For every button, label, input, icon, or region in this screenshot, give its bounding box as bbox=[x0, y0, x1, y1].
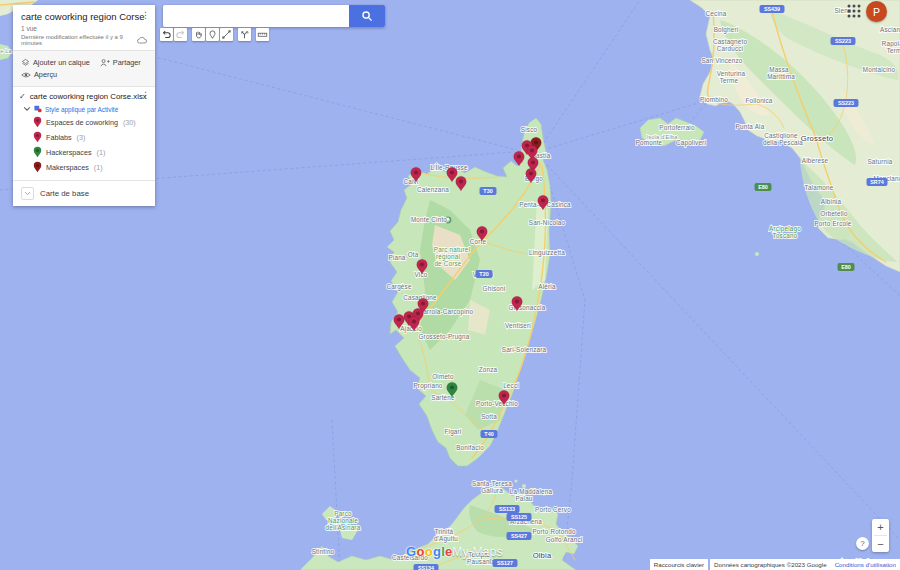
map-label: Talamone bbox=[805, 184, 834, 191]
layer-card: ✓ carte coworking region Corse.xlsx ⋮ St… bbox=[13, 87, 155, 180]
map-toolbar bbox=[160, 28, 270, 41]
route-shield-label: SS427 bbox=[511, 533, 527, 539]
map-label: Aléria bbox=[538, 283, 556, 290]
share-label: Partager bbox=[113, 58, 141, 67]
map-label: dell'Asinara bbox=[326, 524, 361, 531]
map-label: Lecci bbox=[503, 382, 519, 389]
legend-item-coworking[interactable]: Espaces de coworking (30) bbox=[33, 116, 149, 128]
map-label: Stintino bbox=[312, 548, 335, 555]
map-label: Porto Cervo bbox=[535, 506, 571, 513]
pin-icon bbox=[33, 131, 42, 143]
select-hand-button[interactable] bbox=[192, 28, 205, 41]
expand-base-map-button[interactable] bbox=[21, 187, 34, 200]
legend-item-hackerspaces[interactable]: Hackerspaces (1) bbox=[33, 146, 149, 158]
map-label: Follonica bbox=[746, 97, 773, 104]
legend-count: (1) bbox=[97, 148, 106, 157]
share-button[interactable]: Partager bbox=[100, 58, 141, 67]
map-title: carte coworking region Corse bbox=[21, 11, 147, 22]
map-label: Sisco bbox=[521, 126, 538, 133]
help-button[interactable]: ? bbox=[856, 537, 869, 550]
zoom-out-button[interactable]: − bbox=[872, 536, 889, 552]
map-label: Zonza bbox=[479, 366, 498, 373]
google-logo-letter: o bbox=[425, 544, 433, 559]
map-label: Cargèse bbox=[386, 283, 411, 291]
route-shield-label: SR74 bbox=[870, 179, 884, 185]
zoom-in-button[interactable]: + bbox=[872, 519, 889, 535]
map-label: Ghisoni bbox=[483, 285, 506, 292]
google-logo-letter: g bbox=[433, 544, 441, 559]
legend-count: (30) bbox=[123, 118, 136, 127]
legend-count: (3) bbox=[77, 133, 86, 142]
style-rule-link[interactable]: Style appliqué par Activité bbox=[45, 106, 118, 113]
map-label: Propriano bbox=[413, 382, 442, 390]
legend-item-fablabs[interactable]: Fablabs (3) bbox=[33, 131, 149, 143]
terms-link[interactable]: Conditions d'utilisation bbox=[835, 561, 896, 568]
search-icon bbox=[361, 10, 373, 22]
legend-item-makerspaces[interactable]: Makerspaces (1) bbox=[33, 161, 149, 173]
pin-icon bbox=[33, 146, 42, 158]
map-label: Ota bbox=[408, 251, 419, 258]
avatar[interactable]: P bbox=[866, 1, 887, 22]
base-map-row[interactable]: Carte de base bbox=[13, 181, 155, 206]
map-label: Portoferraio bbox=[659, 124, 695, 131]
add-layer-button[interactable]: Ajouter un calque bbox=[21, 58, 90, 67]
eye-icon bbox=[21, 71, 31, 79]
redo-icon bbox=[175, 29, 186, 40]
map-label: Grosseto bbox=[801, 134, 833, 143]
add-directions-button[interactable] bbox=[238, 28, 251, 41]
map-label: San-Nicolao bbox=[529, 219, 566, 226]
chevron-down-icon bbox=[24, 191, 31, 196]
map-data-attribution: Données cartographiques ©2023 Google bbox=[714, 561, 827, 568]
map-label: Santa-Teresa bbox=[472, 480, 512, 487]
map-label: Monte Cinto bbox=[411, 216, 447, 223]
route-shield-label: SS134 bbox=[418, 565, 434, 570]
add-marker-icon bbox=[207, 29, 218, 40]
google-apps-grid-icon[interactable] bbox=[846, 3, 862, 19]
preview-button[interactable]: Aperçu bbox=[21, 70, 57, 79]
map-label: Piana bbox=[388, 254, 405, 261]
map-label: Terme bbox=[720, 77, 739, 84]
map-label: Parco bbox=[334, 510, 352, 517]
map-label: Terme bbox=[887, 47, 900, 54]
google-logo-letter: o bbox=[416, 544, 424, 559]
draw-line-button[interactable] bbox=[220, 28, 233, 41]
map-label: Linguizzetta bbox=[529, 249, 565, 257]
map-label: Calenzana bbox=[417, 186, 449, 193]
map-label: Sari-Solenzara bbox=[502, 346, 547, 353]
map-label: Albinia bbox=[821, 198, 842, 205]
chevron-down-icon[interactable] bbox=[23, 106, 31, 112]
map-label: Palau bbox=[515, 495, 532, 502]
map-label: Montalcino bbox=[863, 66, 896, 73]
map-label: Marittima bbox=[767, 73, 795, 80]
map-menu-button[interactable]: ⋮ bbox=[141, 11, 150, 20]
layer-menu-button[interactable]: ⋮ bbox=[141, 91, 150, 100]
redo-button[interactable] bbox=[174, 28, 187, 41]
map-label: d'Agultu bbox=[434, 535, 458, 543]
search-input[interactable] bbox=[163, 5, 349, 27]
map-label: Bolgheri bbox=[714, 26, 739, 34]
style-icon bbox=[34, 105, 42, 113]
map-label: Olmeto bbox=[432, 373, 454, 380]
person-add-icon bbox=[100, 58, 110, 67]
map-label: Alberese bbox=[802, 157, 829, 164]
map-label: Piombino bbox=[700, 96, 728, 103]
last-modified: Dernière modification effectuée il y a 9… bbox=[21, 34, 135, 46]
map-label: Pausania bbox=[467, 558, 495, 565]
measure-button[interactable] bbox=[256, 28, 269, 41]
map-info-panel: carte coworking region Corse ⋮ 1 vue Der… bbox=[13, 5, 155, 206]
map-label: Capoliveri bbox=[676, 139, 706, 147]
layer-checkbox[interactable]: ✓ bbox=[19, 92, 26, 101]
google-logo-letter: G bbox=[406, 544, 416, 559]
layer-title[interactable]: carte coworking region Corse.xlsx bbox=[30, 92, 149, 101]
map-label: Nazionale bbox=[328, 517, 358, 524]
map-label: Punta Ala bbox=[736, 123, 765, 130]
search-button[interactable] bbox=[349, 5, 385, 27]
undo-button[interactable] bbox=[160, 28, 173, 41]
keyboard-shortcuts-link[interactable]: Raccourcis clavier bbox=[650, 559, 708, 570]
route-shield-label: T30 bbox=[483, 188, 492, 194]
map-label: Sotta bbox=[481, 413, 497, 420]
map-label: Parc naturel bbox=[434, 246, 470, 253]
draw-line-icon bbox=[221, 29, 232, 40]
my-maps-watermark: My Maps bbox=[452, 545, 503, 559]
add-marker-button[interactable] bbox=[206, 28, 219, 41]
